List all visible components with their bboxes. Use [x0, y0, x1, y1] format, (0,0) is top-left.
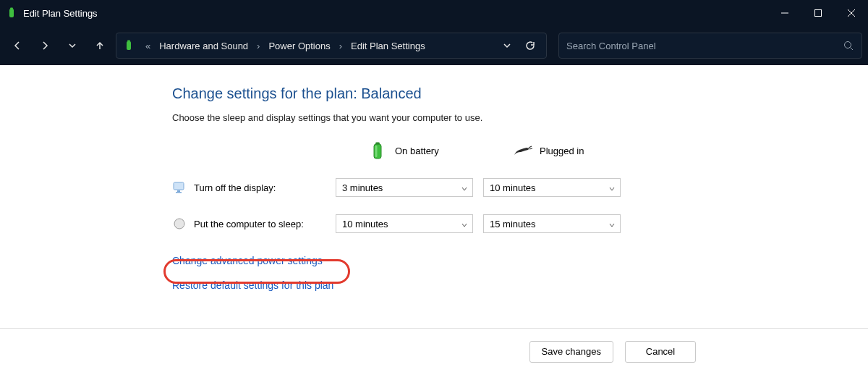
display-battery-dropdown[interactable]: 3 minutes [336, 178, 473, 197]
refresh-button[interactable] [520, 35, 540, 56]
restore-defaults-link[interactable]: Restore default settings for this plan [172, 279, 333, 291]
column-label-plugged: Plugged in [540, 146, 584, 156]
display-plugged-dropdown[interactable]: 10 minutes [483, 178, 621, 197]
window-title: Edit Plan Settings [23, 8, 98, 19]
save-changes-button[interactable]: Save changes [529, 341, 613, 363]
close-button[interactable] [835, 0, 868, 26]
moon-icon [172, 216, 187, 231]
plug-icon [512, 140, 532, 161]
address-history-button[interactable] [497, 35, 517, 56]
column-header-plugged: Plugged in [512, 140, 657, 161]
display-battery-value: 3 minutes [342, 182, 383, 193]
footer: Save changes Cancel [0, 328, 868, 374]
minimize-button[interactable] [768, 0, 801, 26]
svg-point-18 [174, 219, 184, 229]
svg-rect-11 [375, 143, 380, 145]
titlebar: Edit Plan Settings [0, 0, 868, 26]
breadcrumb-ellipsis[interactable]: « [141, 41, 155, 51]
sleep-battery-value: 10 minutes [342, 219, 388, 229]
row-sleep: Put the computer to sleep: 10 minutes 15… [172, 214, 868, 233]
svg-point-8 [845, 42, 851, 49]
svg-line-9 [851, 48, 854, 51]
row-turn-off-display: Turn off the display: 3 minutes 10 minut… [172, 178, 868, 197]
column-header-battery: On battery [367, 140, 512, 161]
column-headers: On battery Plugged in [172, 140, 868, 161]
chevron-down-icon [608, 220, 616, 227]
sleep-plugged-dropdown[interactable]: 15 minutes [483, 214, 621, 233]
search-box[interactable] [558, 33, 862, 59]
display-plugged-value: 10 minutes [490, 182, 536, 193]
search-icon[interactable] [843, 40, 854, 51]
sleep-plugged-value: 15 minutes [490, 219, 536, 229]
chevron-down-icon [461, 220, 468, 227]
search-input[interactable] [566, 41, 843, 51]
chevron-right-icon: › [252, 41, 264, 51]
row-label-sleep: Put the computer to sleep: [194, 219, 336, 229]
change-advanced-link[interactable]: Change advanced power settings [172, 255, 323, 266]
svg-rect-7 [127, 41, 130, 42]
navbar: « Hardware and Sound › Power Options › E… [0, 26, 868, 65]
chevron-down-icon [608, 184, 616, 191]
column-label-battery: On battery [395, 146, 439, 156]
svg-rect-6 [127, 41, 131, 50]
breadcrumb-power-options[interactable]: Power Options [268, 41, 330, 51]
battery-icon [122, 39, 135, 52]
svg-line-13 [529, 146, 532, 148]
recent-dropdown-button[interactable] [61, 34, 84, 57]
breadcrumb-edit-plan[interactable]: Edit Plan Settings [351, 41, 425, 51]
svg-rect-12 [375, 146, 378, 157]
svg-rect-1 [10, 8, 13, 9]
cancel-button[interactable]: Cancel [625, 341, 696, 363]
svg-rect-15 [174, 182, 184, 190]
page-title: Change settings for the plan: Balanced [172, 85, 868, 102]
app-icon [6, 7, 17, 19]
back-button[interactable] [6, 34, 29, 57]
svg-line-14 [529, 148, 532, 149]
content-area: Change settings for the plan: Balanced C… [0, 65, 868, 328]
svg-rect-3 [815, 10, 822, 17]
forward-button[interactable] [33, 34, 56, 57]
chevron-right-icon: › [335, 41, 346, 51]
sleep-battery-dropdown[interactable]: 10 minutes [336, 214, 473, 233]
svg-rect-17 [176, 192, 182, 193]
svg-rect-16 [177, 190, 180, 192]
battery-icon [367, 140, 388, 161]
address-bar[interactable]: « Hardware and Sound › Power Options › E… [116, 33, 547, 59]
monitor-icon [172, 180, 187, 195]
breadcrumb-hardware-sound[interactable]: Hardware and Sound [159, 41, 248, 51]
chevron-down-icon [461, 184, 468, 191]
row-label-display: Turn off the display: [194, 182, 336, 193]
page-subtitle: Choose the sleep and display settings th… [172, 112, 868, 123]
maximize-button[interactable] [801, 0, 835, 26]
svg-rect-0 [9, 9, 14, 17]
up-button[interactable] [88, 34, 111, 57]
